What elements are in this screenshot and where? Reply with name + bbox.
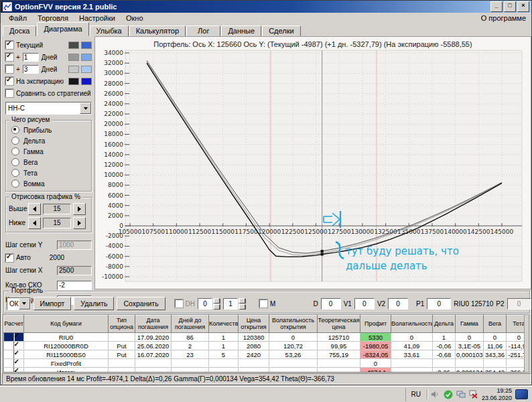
status-ok-icon[interactable] [444, 390, 453, 399]
header-delta[interactable]: Дельта [433, 316, 456, 333]
plus3-days-input[interactable] [23, 65, 39, 74]
row-calc-cell[interactable] [4, 342, 24, 350]
tab-board[interactable]: Доска [3, 25, 36, 36]
vega-radio[interactable] [11, 158, 19, 166]
dh-spin1-input[interactable] [198, 298, 212, 310]
menu-about[interactable]: О программе [481, 14, 529, 22]
compare-checkbox[interactable] [5, 89, 13, 97]
profit-cell: 5330 [360, 333, 391, 342]
v2-input[interactable] [388, 298, 408, 310]
header-calc[interactable]: Расчет [4, 316, 24, 333]
tab-diagram[interactable]: Диаграмма [37, 22, 88, 36]
row-calc-checkbox[interactable] [13, 342, 15, 350]
p1-input[interactable] [427, 298, 451, 310]
spin-down-icon[interactable] [239, 304, 246, 310]
strategy-select[interactable]: НН-С [5, 102, 92, 115]
auto-checkbox[interactable] [5, 254, 13, 262]
sko-input[interactable] [57, 281, 92, 290]
header-volatility[interactable]: Волатильность [391, 316, 433, 333]
delete-button[interactable]: Удалить [74, 297, 114, 310]
tab-deals[interactable]: Сделки [262, 25, 301, 36]
preset-select[interactable]: ОК [7, 297, 31, 310]
header-vega[interactable]: Вега [484, 316, 507, 333]
menu-window[interactable]: Окно [121, 13, 149, 23]
preset-select-arrow[interactable] [19, 298, 30, 310]
radio-theta[interactable]: Тета [9, 168, 88, 178]
radio-vega[interactable]: Вега [9, 157, 88, 168]
header-theta[interactable]: Тета [507, 316, 526, 333]
svg-text:6000: 6000 [108, 192, 123, 199]
network-icon[interactable] [456, 390, 466, 399]
close-button[interactable]: × [517, 1, 529, 12]
header-theoretical-price[interactable]: Теоретическая цена [318, 316, 360, 333]
tab-log[interactable]: Лог [186, 25, 220, 36]
header-code[interactable]: Код бумаги [24, 316, 109, 333]
grid-step-y-input[interactable] [57, 241, 92, 250]
header-quantity[interactable]: Количество [209, 316, 239, 333]
tab-calculator[interactable]: Калькулятор [129, 25, 186, 36]
radio-delta[interactable]: Дельта [9, 135, 88, 146]
header-gamma[interactable]: Гамма [456, 316, 484, 333]
menu-settings[interactable]: Настройки [74, 13, 121, 23]
tab-data[interactable]: Данные [221, 25, 261, 36]
plus1-days-input[interactable] [23, 53, 39, 62]
network-error-icon[interactable] [469, 390, 478, 399]
plus3-checkbox[interactable] [5, 65, 13, 73]
tray-app-icon[interactable] [515, 389, 528, 399]
row-calc-cell[interactable] [4, 350, 24, 359]
radio-profit[interactable]: Прибыль [9, 125, 88, 135]
language-indicator[interactable]: RU [409, 391, 423, 398]
row-calc-cell[interactable] [4, 368, 24, 373]
header-profit[interactable]: Профит [360, 316, 391, 333]
vomma-radio[interactable] [11, 180, 19, 188]
header-option-type[interactable]: Тип опциона [109, 316, 135, 333]
maximize-button[interactable]: □ [504, 1, 516, 12]
theta-radio[interactable] [11, 169, 19, 177]
above-increase-button[interactable] [73, 203, 86, 215]
dh-spinner-2 [223, 298, 246, 310]
below-increase-button[interactable] [73, 217, 86, 229]
import-button[interactable]: Импорт [34, 297, 72, 310]
radio-gamma[interactable]: Гамма [9, 146, 88, 157]
delta-radio[interactable] [11, 137, 19, 145]
grid-step-x-input[interactable] [57, 266, 92, 275]
header-open-volatility[interactable]: Волатильность открытия [269, 316, 318, 333]
header-days-to-expiry[interactable]: Дней до погашения [172, 316, 209, 333]
row-calc-cell[interactable] [4, 359, 24, 368]
expiration-label: На экспирацию [16, 78, 64, 85]
current-checkbox[interactable] [5, 41, 13, 49]
dh-spin2-input[interactable] [223, 298, 238, 310]
tab-smile[interactable]: Улыбка [90, 25, 129, 36]
row-calc-checkbox[interactable] [13, 333, 15, 342]
spin-up-icon[interactable] [213, 298, 220, 304]
row-calc-checkbox[interactable] [13, 359, 15, 368]
radio-vomma[interactable]: Вомма [9, 178, 88, 189]
m-checkbox[interactable] [259, 299, 267, 308]
d-input[interactable] [321, 298, 341, 310]
spin-down-icon[interactable] [213, 304, 220, 310]
save-button[interactable]: Сохранить [117, 297, 165, 310]
menu-file[interactable]: Файл [3, 13, 32, 23]
gamma-radio[interactable] [11, 147, 19, 155]
tray-clock[interactable]: 19:25 23.06.2020 [482, 387, 512, 401]
expiration-checkbox[interactable] [5, 77, 13, 85]
below-decrease-button[interactable] [28, 217, 41, 229]
payoff-chart[interactable]: -10000-8000-6000-4000-200002000400060008… [95, 37, 531, 289]
dh-checkbox[interactable] [175, 299, 183, 308]
row-calc-cell[interactable] [4, 333, 24, 342]
table-scrollbar[interactable] [524, 314, 529, 373]
row-calc-checkbox[interactable] [13, 368, 15, 373]
spin-up-icon[interactable] [239, 298, 246, 304]
v1-input[interactable] [354, 298, 375, 310]
speaker-icon[interactable] [431, 390, 440, 399]
header-open-price[interactable]: Цена открытия [239, 316, 269, 333]
p2-input[interactable] [507, 298, 531, 310]
profit-radio[interactable] [11, 126, 19, 134]
above-decrease-button[interactable] [28, 203, 41, 215]
menu-trade[interactable]: Торговля [32, 13, 74, 23]
plus1-checkbox[interactable] [5, 53, 13, 61]
header-expiry-date[interactable]: Дата погашения [135, 316, 172, 333]
strategy-select-arrow[interactable] [80, 103, 91, 114]
minimize-button[interactable]: _ [490, 1, 503, 12]
row-calc-checkbox[interactable] [13, 350, 15, 359]
